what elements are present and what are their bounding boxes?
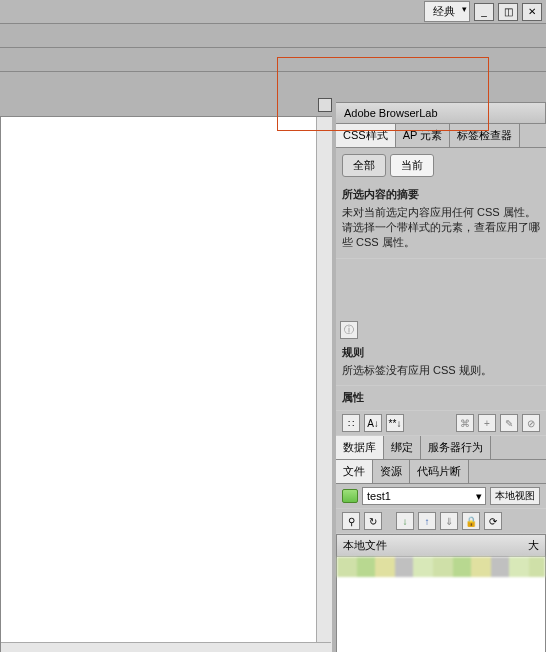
rule-info-icon[interactable]: ⓘ [340,321,358,339]
file-row-obscured [337,557,545,577]
close-button[interactable]: ✕ [522,3,542,21]
browserlab-panel-header[interactable]: Adobe BrowserLab [336,102,546,124]
props-edit-icon[interactable]: ✎ [500,414,518,432]
files-col-size: 大 [528,538,539,553]
props-set-icon[interactable]: **↓ [386,414,404,432]
workspace-label: 经典 [433,5,455,17]
maximize-button[interactable]: ◫ [498,3,518,21]
horizontal-scrollbar[interactable] [1,642,331,652]
tab-snippets[interactable]: 代码片断 [410,460,469,483]
view-button[interactable]: 本地视图 [490,487,540,505]
pill-all[interactable]: 全部 [342,154,386,177]
workspace-switcher[interactable]: 经典 [424,1,470,22]
props-link-icon[interactable]: ⌘ [456,414,474,432]
tab-tag-inspector[interactable]: 标签检查器 [450,124,520,147]
rules-title: 规则 [342,345,540,360]
vertical-scrollbar[interactable] [316,117,332,652]
rules-section: 规则 所选标签没有应用 CSS 规则。 [336,341,546,387]
tab-server-behaviors[interactable]: 服务器行为 [421,436,491,459]
put-icon[interactable]: ↑ [418,512,436,530]
connect-icon[interactable]: ⚲ [342,512,360,530]
menubar-row [0,24,546,48]
sync-icon[interactable]: ⟳ [484,512,502,530]
site-dropdown[interactable]: test1 [362,487,486,505]
props-category-icon[interactable]: ∷ [342,414,360,432]
props-title: 属性 [342,390,540,405]
site-name: test1 [367,490,391,502]
tab-database[interactable]: 数据库 [336,436,384,459]
checkout-icon[interactable]: ⇓ [440,512,458,530]
summary-empty [336,259,546,319]
tab-css-styles[interactable]: CSS样式 [336,124,396,147]
tab-ap-elements[interactable]: AP 元素 [396,124,451,147]
files-panel[interactable]: 本地文件 大 [336,534,546,652]
props-delete-icon[interactable]: ⊘ [522,414,540,432]
files-col-local: 本地文件 [343,538,528,553]
panel-menu-icon[interactable] [318,98,332,112]
props-add-icon[interactable]: + [478,414,496,432]
tab-bindings[interactable]: 绑定 [384,436,421,459]
panel-gap [336,72,546,102]
toolbar-row [0,48,546,72]
document-canvas[interactable] [0,116,332,652]
tab-assets[interactable]: 资源 [373,460,410,483]
minimize-button[interactable]: _ [474,3,494,21]
tab-files[interactable]: 文件 [336,460,373,483]
props-az-icon[interactable]: A↓ [364,414,382,432]
rules-body: 所选标签没有应用 CSS 规则。 [342,363,540,378]
summary-section: 所选内容的摘要 未对当前选定内容应用任何 CSS 属性。 请选择一个带样式的元素… [336,183,546,259]
summary-body-1: 未对当前选定内容应用任何 CSS 属性。 [342,205,540,220]
checkin-icon[interactable]: 🔒 [462,512,480,530]
pill-current[interactable]: 当前 [390,154,434,177]
summary-title: 所选内容的摘要 [342,187,540,202]
summary-body-2: 请选择一个带样式的元素，查看应用了哪些 CSS 属性。 [342,220,540,250]
refresh-icon[interactable]: ↻ [364,512,382,530]
site-folder-icon [342,489,358,503]
get-icon[interactable]: ↓ [396,512,414,530]
